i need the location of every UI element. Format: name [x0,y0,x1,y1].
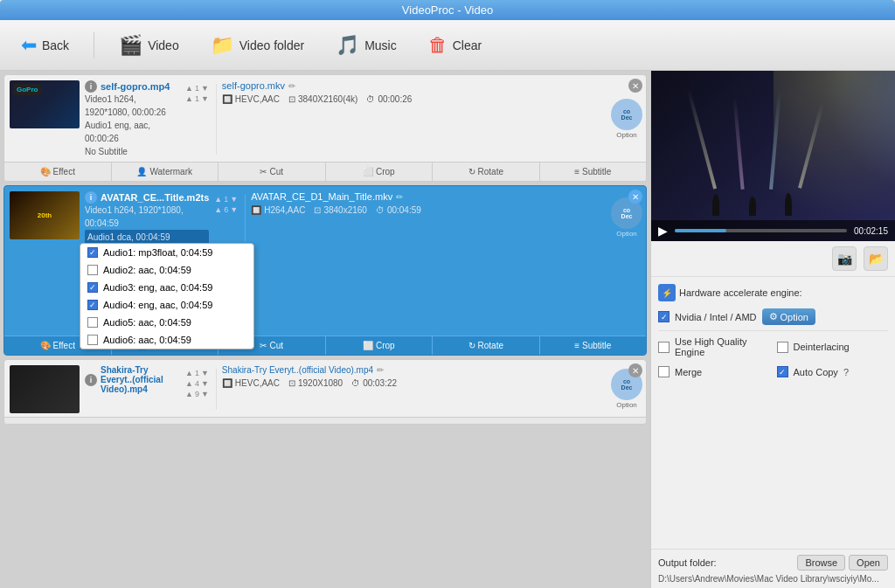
progress-fill [675,229,726,232]
output-filename-2: AVATAR_CE_D1_Main_Title.mkv ✏ [251,191,602,202]
preview-action-row: 📷 📂 [651,241,895,277]
video-icon: 🎬 [119,34,142,57]
audio-dropdown: ✓ Audio1: mp3float, 0:04:59 Audio2: aac,… [80,243,254,349]
music-icon: 🎵 [336,34,359,57]
hw-engine-row: ⚡ Hardware accelerate engine: [658,284,888,301]
hw-option-button[interactable]: ⚙ Option [762,308,815,325]
video-track-2: ▲ 1 ▼ [214,195,238,204]
preview-controls: ▶ 00:02:15 [651,220,895,241]
settings-panel: ⚡ Hardware accelerate engine: ✓ Nvidia /… [651,277,895,549]
thumbnail-3 [10,365,80,413]
output-specs-1: 🔲HEVC,AAC ⊡3840X2160(4k) ⏱00:00:26 [222,94,602,104]
folder-buttons: Browse Open [797,555,888,571]
codec-button-1[interactable]: coDec [611,99,642,130]
thumbnail-2: 20th [10,191,80,239]
output-folder-header: Output folder: Browse Open [658,555,888,571]
video-track-3: ▲ 1 ▼ [185,369,209,377]
rotate-btn-2[interactable]: ↻ Rotate [433,336,540,355]
output-folder-section: Output folder: Browse Open D:\Users\Andr… [651,549,895,588]
rotate-btn-1[interactable]: ↻ Rotate [433,163,540,181]
deinterlacing-row: Deinterlacing [777,336,889,357]
autocopy-checkbox[interactable]: ✓ [777,366,788,377]
autocopy-help[interactable]: ? [843,367,849,377]
progress-bar[interactable] [675,229,847,232]
close-video-3[interactable]: ✕ [628,363,642,377]
hw-checkbox[interactable]: ✓ [658,311,670,322]
video-list: ✕ GoPro i self-gopro.mp4 [0,71,650,588]
subtitle-btn-1[interactable]: ≡ Subtitle [540,163,647,181]
video-label: Video [148,38,179,52]
clear-button[interactable]: 🗑 Clear [421,31,489,60]
play-button[interactable]: ▶ [658,224,668,238]
settings-divider-1 [658,330,888,331]
folder-icon: 📁 [211,34,234,57]
open-button[interactable]: Open [849,555,888,571]
subtitle-btn-2[interactable]: ≡ Subtitle [540,336,647,355]
divider1 [94,32,94,59]
output-filename-1: self-gopro.mkv ✏ [222,80,602,91]
output-path: D:\Users\Andrew\Movies\Mac Video Library… [658,574,888,584]
folder-button[interactable]: 📁 Video folder [204,31,311,60]
browse-button[interactable]: Browse [797,555,845,571]
title-bar: VideoProc - Video [0,0,895,20]
back-icon: ⬅ [21,34,37,57]
deinterlacing-checkbox[interactable] [777,342,788,353]
effect-btn-1[interactable]: 🎨 Effect [4,163,112,181]
video-item-2: ✕ 20th i AVATAR_CE...Title.m2ts [3,185,647,356]
video-item-1: ✕ GoPro i self-gopro.mp4 [3,74,647,182]
autocopy-row: ✓ Auto Copy ? [777,366,889,377]
video-actions-1: 🎨 Effect 👤 Watermark ✂ Cut ⬜ Crop ↻ Rota… [4,162,646,181]
video-filename-2: i AVATAR_CE...Title.m2ts [85,191,209,204]
music-label: Music [364,38,397,52]
audio-track-item-2[interactable]: Audio2: aac, 0:04:59 [80,261,253,279]
preview-area: ▶ 00:02:15 [651,71,895,241]
output-specs-2: 🔲H264,AAC ⊡3840x2160 ⏱00:04:59 [251,205,602,215]
stage-lights [651,71,895,241]
merge-row: Merge [658,366,770,377]
audio-track-item-1[interactable]: ✓ Audio1: mp3float, 0:04:59 [80,244,253,261]
hw-option-row: ✓ Nvidia / Intel / AMD ⚙ Option [658,308,888,325]
quality-engine-row: Use High Quality Engine [658,336,770,357]
main-layout: ✕ GoPro i self-gopro.mp4 [0,71,895,588]
clear-icon: 🗑 [428,34,448,57]
music-button[interactable]: 🎵 Music [329,31,404,60]
back-button[interactable]: ⬅ Back [14,31,76,60]
watermark-btn-1[interactable]: 👤 Watermark [112,163,219,181]
time-display: 00:02:15 [854,226,888,236]
video-button[interactable]: 🎬 Video [112,31,186,60]
video-filename-1: i self-gopro.mp4 [85,80,180,93]
camera-button[interactable]: 📷 [832,246,857,271]
audio-track-item-4[interactable]: ✓ Audio4: eng, aac, 0:04:59 [80,296,253,314]
audio-track-item-6[interactable]: Audio6: aac, 0:04:59 [80,331,253,349]
preview-video [651,71,895,241]
right-panel: ▶ 00:02:15 📷 📂 ⚡ Hardware accelerate eng… [650,71,895,588]
video-item-3: ✕ i Shakira-Try Everyt..(official Video)… [3,359,647,425]
merge-autocopy-row: Merge ✓ Auto Copy ? [658,366,888,382]
audio-track-1: ▲ 1 ▼ [185,94,209,103]
folder-label: Video folder [239,38,304,52]
crop-btn-1[interactable]: ⬜ Crop [326,163,434,181]
video-filename-3: i Shakira-Try Everyt..(official Video).m… [85,365,180,394]
clear-label: Clear [453,38,482,52]
audio-track-item-3[interactable]: ✓ Audio3: eng, aac, 0:04:59 [80,279,253,296]
crop-btn-2[interactable]: ⬜ Crop [326,336,434,355]
audio-track-3: ▲ 4 ▼ [185,379,209,388]
audio-track-item-5[interactable]: Audio5: aac, 0:04:59 [80,314,253,331]
app-title: VideoProc - Video [402,3,493,17]
toolbar: ⬅ Back 🎬 Video 📁 Video folder 🎵 Music 🗑 … [0,20,895,71]
thumbnail-1: GoPro [10,80,80,128]
cut-btn-1[interactable]: ✂ Cut [219,163,326,181]
output-specs-3: 🔲HEVC,AAC ⊡1920X1080 ⏱00:03:22 [222,378,602,388]
output-filename-3: Shakira-Try Everyt..(official Video).mp4… [222,365,602,375]
video-track-1: ▲ 1 ▼ [185,84,209,93]
close-video-1[interactable]: ✕ [628,79,642,93]
quality-checkbox[interactable] [658,342,670,353]
browse-media-button[interactable]: 📂 [864,246,888,271]
back-label: Back [42,38,69,52]
hw-icon: ⚡ [658,284,676,301]
audio-track-2: ▲ 6 ▼ [214,205,238,214]
merge-checkbox[interactable] [658,366,670,377]
subtitle-track-3: ▲ 9 ▼ [185,390,209,398]
close-video-2[interactable]: ✕ [628,190,642,204]
quality-row: Use High Quality Engine Deinterlacing [658,336,888,362]
